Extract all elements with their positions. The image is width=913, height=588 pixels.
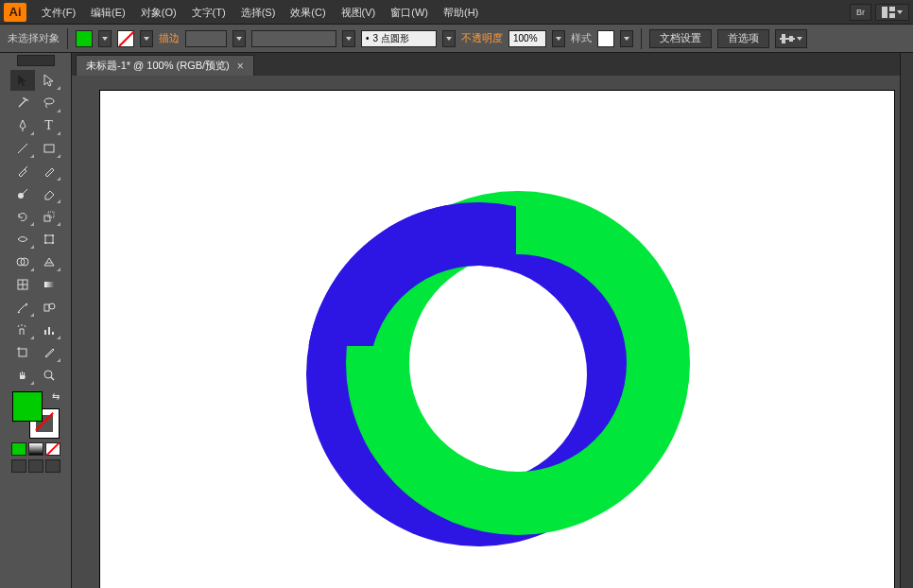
color-mode-gradient[interactable] [28,442,43,456]
svg-rect-4 [782,34,785,43]
tool-perspective[interactable] [37,251,61,272]
menu-effect[interactable]: 效果(C) [283,0,333,25]
svg-rect-11 [48,212,54,217]
svg-point-24 [49,303,55,309]
svg-rect-22 [44,282,54,287]
menu-select[interactable]: 选择(S) [233,0,284,25]
color-mode-solid[interactable] [11,442,26,456]
menu-object[interactable]: 对象(O) [133,0,184,25]
panel-dock-strip[interactable] [900,53,913,588]
brush-def-field[interactable]: •3 点圆形 [361,30,437,47]
tools-panel: T ⇆ [0,53,72,588]
tool-blob-brush[interactable] [10,183,35,204]
screen-mode-row [11,459,60,473]
stroke-swatch[interactable] [117,30,134,47]
draw-normal-button[interactable] [11,459,26,473]
opacity-label: 不透明度 [461,31,503,45]
bridge-button[interactable]: Br [850,4,871,21]
tool-width[interactable] [10,229,35,250]
svg-rect-27 [52,332,54,335]
fill-color-box[interactable] [12,391,43,422]
arrange-docs-button[interactable] [875,4,909,21]
align-panel-button[interactable] [775,29,807,48]
stroke-profile-field[interactable] [251,30,336,47]
svg-rect-1 [889,7,895,11]
close-icon[interactable]: × [237,60,244,73]
tool-type[interactable]: T [37,115,61,136]
tool-direct-selection[interactable] [37,70,61,91]
fill-stroke-indicator[interactable]: ⇆ [12,391,60,439]
document-tab[interactable]: 未标题-1* @ 100% (RGB/预览) × [76,55,254,76]
tool-pencil[interactable] [37,161,61,182]
menu-edit[interactable]: 编辑(E) [83,0,133,25]
color-mode-none[interactable] [45,442,60,456]
tool-selection[interactable] [10,70,35,91]
options-bar: 未选择对象 描边 •3 点圆形 不透明度 100% 样式 文档设置 首选项 [0,25,913,53]
tool-shape-builder[interactable] [10,251,35,272]
tool-symbol-sprayer[interactable] [10,320,35,340]
svg-rect-25 [44,330,46,335]
tool-gradient[interactable] [37,274,61,295]
canvas-viewport[interactable] [72,76,900,588]
tool-mesh[interactable] [10,274,35,295]
svg-rect-28 [19,349,26,356]
tool-scale[interactable] [37,206,61,227]
tool-rotate[interactable] [10,206,35,227]
document-tab-bar: 未标题-1* @ 100% (RGB/预览) × [72,53,900,76]
doc-setup-button[interactable]: 文档设置 [649,29,712,48]
swap-fill-stroke-icon[interactable]: ⇆ [52,391,60,402]
app-logo: Ai [4,3,26,22]
svg-rect-2 [889,13,895,18]
svg-point-16 [52,242,54,244]
svg-rect-5 [789,36,793,42]
svg-rect-26 [48,327,50,335]
svg-rect-10 [44,216,50,221]
menu-file[interactable]: 文件(F) [34,0,83,25]
stroke-weight-dropdown[interactable] [233,30,246,47]
style-swatch[interactable] [597,30,614,47]
tool-pen[interactable] [10,115,35,136]
draw-behind-button[interactable] [28,459,43,473]
svg-rect-12 [45,235,53,243]
tool-free-transform[interactable] [37,229,61,250]
tool-column-graph[interactable] [37,320,61,340]
style-dropdown[interactable] [620,30,633,47]
tool-magic-wand[interactable] [10,93,35,113]
tool-eraser[interactable] [37,183,61,204]
tool-rectangle[interactable] [37,138,61,159]
menu-type[interactable]: 文字(T) [184,0,233,25]
brush-def-dropdown[interactable] [442,30,456,47]
tool-slice[interactable] [37,342,61,363]
svg-point-14 [52,234,54,236]
tool-lasso[interactable] [37,93,61,113]
stroke-dropdown[interactable] [140,30,153,47]
opacity-field[interactable]: 100% [508,30,546,47]
artwork-rings[interactable] [299,176,733,588]
style-label: 样式 [571,31,592,45]
tool-zoom[interactable] [37,365,61,386]
svg-point-6 [44,98,54,104]
tool-paintbrush[interactable] [10,161,35,182]
tool-blend[interactable] [37,297,61,318]
menu-help[interactable]: 帮助(H) [436,0,486,25]
menu-window[interactable]: 窗口(W) [383,0,436,25]
opacity-dropdown[interactable] [552,30,565,47]
svg-line-7 [18,144,27,153]
menu-view[interactable]: 视图(V) [334,0,384,25]
svg-line-32 [51,377,54,380]
tools-panel-grip[interactable] [17,55,55,66]
tool-hand[interactable] [10,365,35,386]
tool-eyedropper[interactable] [10,297,35,318]
draw-inside-button[interactable] [45,459,60,473]
fill-swatch[interactable] [76,30,93,47]
document-tab-title: 未标题-1* @ 100% (RGB/预览) [86,59,230,73]
preferences-button[interactable]: 首选项 [717,29,769,48]
stroke-weight-field[interactable] [185,30,227,47]
artboard[interactable] [100,91,894,588]
fill-dropdown[interactable] [98,30,112,47]
tool-artboard[interactable] [10,342,35,363]
stroke-label: 描边 [159,31,180,45]
stroke-profile-dropdown[interactable] [342,30,355,47]
svg-rect-8 [44,145,54,152]
tool-line[interactable] [10,138,35,159]
